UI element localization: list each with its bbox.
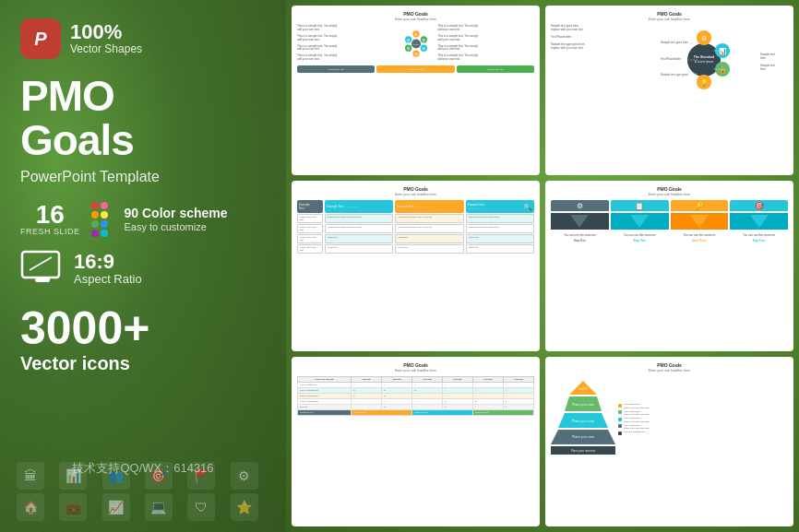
footer-btn3: Placeholder text	[457, 65, 534, 73]
slide3-col3-r3: Sample text	[466, 234, 534, 243]
slide1-circle-diagram: 01 02 03 04 05 06 Center	[398, 25, 435, 62]
step3-arrow	[690, 215, 709, 228]
svg-rect-2	[35, 278, 50, 282]
slide3-col1-r1: Sample text that simply add your own tex…	[325, 214, 393, 223]
color-dot-blue	[101, 220, 108, 228]
step2-body	[611, 213, 669, 230]
footer-label: Placeholder text	[298, 409, 352, 415]
monitor-svg	[20, 250, 65, 289]
pyramid-svg: Lvl 1 Place your own Place your own Plac…	[551, 376, 615, 459]
slide2-rtext1: Sample texthere	[760, 53, 788, 60]
slide-card-5: PMO Goals Enter your sub headline here P…	[292, 357, 540, 526]
slide3-row2-label: Place your owntext	[297, 224, 323, 233]
slide3-col1-r4: Sample text	[325, 244, 393, 254]
slide3-col3-r2: Sample text Contrary to popular belief	[466, 224, 534, 233]
pyramid-label-5: This is a sample text	[618, 431, 788, 435]
aspect-text: 16:9 Aspect Ratio	[74, 252, 142, 286]
slide-card-2: PMO Goals Enter your sub headline here S…	[545, 6, 793, 175]
slide3-col3: Example Text────────── 🔍 Sample text Con…	[466, 200, 534, 254]
step2-icon-bar: 📋	[611, 200, 669, 211]
slide3-col1: Example Text──────────── Sample text tha…	[325, 200, 393, 254]
slide6-content: Lvl 1 Place your own Place your own Plac…	[551, 376, 788, 463]
slide2-text3: Sample text type goes here,replace with …	[551, 43, 652, 51]
slide3-row4-label: Place your owntext	[297, 244, 323, 254]
vector-count-section: 3000+ Vector icons	[20, 305, 266, 374]
label-text-3: Add: DescriptionPlace your own text here	[624, 417, 650, 423]
slide2-content: Sample text goes here,replace with your …	[551, 25, 788, 98]
color-dot-green	[91, 220, 99, 228]
slide3-col3-r1: Sample text Contrary to popular belief	[466, 214, 534, 223]
color-dot-yellow	[101, 211, 108, 219]
right-panel: PMO Goals Enter your sub headline here T…	[286, 0, 799, 532]
color-dot-orange	[91, 211, 99, 219]
monitor-icon-wrapper	[20, 250, 65, 289]
spreadsheet-table: Place your own text Text item Text item …	[297, 376, 534, 416]
svg-text:💡: 💡	[699, 78, 708, 87]
main-title: PMO Goals	[20, 74, 266, 163]
svg-rect-0	[22, 252, 59, 278]
step4-body	[730, 213, 788, 230]
label-text-1: Add: DescriptionPlace your own text here	[624, 403, 650, 409]
color-palette	[91, 202, 113, 237]
step1-icon-bar: ⚙	[551, 200, 609, 211]
slide1-rtext4: This is a sample text. You simplyadd you…	[438, 54, 535, 62]
color-dot-teal	[101, 230, 108, 237]
slide3-col3-r4: Sample text	[466, 244, 534, 254]
pyramid-label-3: Add: DescriptionPlace your own text here	[618, 417, 788, 423]
slide3-col2-r1: Sample text that simply add your own tex…	[395, 214, 463, 223]
slide-card-1: PMO Goals Enter your sub headline here T…	[292, 6, 540, 175]
slide3-col2-r3: Sample text	[395, 234, 463, 243]
stats-row: 16 FRESH SLIDE 90 Color scheme Easy to c…	[20, 202, 266, 237]
slide3-row1-label: Place your owntext	[297, 214, 323, 223]
icon-building: 🏛	[17, 462, 44, 490]
slide3-col1-r2: Sample text that simply add your own tex…	[325, 224, 393, 233]
slide2-right: Sample texthere Sample texthere	[760, 25, 788, 98]
slide1-text4: This is a sample text. You simplyadd you…	[297, 54, 394, 62]
step4-arrow	[750, 215, 769, 228]
slide1-rtext1: This is a sample text. You simplyadd you…	[438, 25, 535, 32]
slide2-text2: Test Placeholder	[551, 36, 652, 40]
color-dot-red	[91, 202, 99, 209]
slide5-subtitle: Enter your sub headline here	[297, 369, 534, 372]
svg-text:📊: 📊	[718, 47, 726, 55]
step-four: 🎯 You can use this sentence Step Four	[730, 200, 788, 242]
step2-arrow	[630, 215, 649, 228]
step1-label: You can use this sentence	[564, 233, 596, 237]
slide2-title: PMO Goals	[551, 11, 788, 17]
slide4-title: PMO Goals	[551, 186, 788, 192]
label-dot-1	[618, 404, 622, 408]
footer-c2: Placeholder text	[412, 409, 473, 415]
svg-text:🔒: 🔒	[718, 65, 726, 74]
svg-text:02: 02	[422, 38, 425, 41]
pyramid-label-2: Add: DescriptionPlace your own text here	[618, 410, 788, 417]
step2-label: You can use this sentence	[624, 233, 656, 237]
svg-text:Test Placeholder: Test Placeholder	[661, 57, 681, 61]
slide1-right: This is a sample text. You simplyadd you…	[438, 25, 535, 62]
step3-name: Step Three	[692, 239, 707, 242]
slide1-text3: This is a sample text. You simplyadd you…	[297, 45, 394, 53]
slide3-col2-r4: Sample text	[395, 244, 463, 254]
svg-text:Lvl 1: Lvl 1	[579, 387, 587, 391]
label-dot-2	[618, 410, 622, 414]
label-dot-4	[618, 424, 622, 428]
slide3-row3-label: Place your owntext	[297, 234, 323, 243]
slide1-text2: This is a sample text. You simplyadd you…	[297, 35, 394, 42]
slide5-content: Place your own text Text item Text item …	[297, 376, 534, 416]
pyramid-labels: Add: DescriptionPlace your own text here…	[618, 376, 788, 463]
color-scheme-text: 90 Color scheme Easy to customize	[125, 206, 228, 232]
svg-text:The Standard: The Standard	[693, 55, 713, 59]
label-text-5: This is a sample text	[624, 431, 645, 433]
icon-briefcase: 💼	[59, 493, 87, 521]
step-one: ⚙ You can use this sentence Step One	[551, 200, 609, 242]
ppt-text: 100% Vector Shapes	[70, 22, 142, 55]
pyramid-label-1: Add: DescriptionPlace your own text here	[618, 403, 788, 409]
card2-svg: ⚙ 📊 🔒 💡 The Standard & Lorem Ipsum	[656, 25, 734, 94]
slide-card-3: PMO Goals Enter your sub headline here E…	[292, 181, 540, 350]
svg-text:Center: Center	[412, 42, 419, 44]
step1-arrow	[570, 215, 589, 228]
watermark: 技术支持QQ/WX：614316	[72, 460, 213, 477]
slide5-title: PMO Goals	[297, 362, 534, 368]
step-three: 🔑 You can use this sentence Step Three	[671, 200, 729, 242]
left-panel: P 100% Vector Shapes PMO Goals PowerPoin…	[0, 0, 286, 532]
svg-text:Place your own: Place your own	[572, 420, 594, 423]
